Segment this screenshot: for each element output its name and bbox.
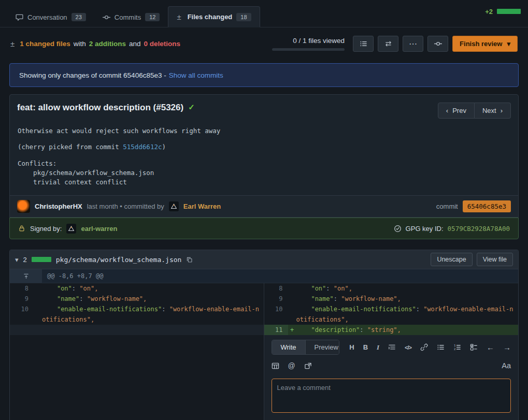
commit-icon <box>103 13 110 21</box>
commits-button[interactable] <box>427 36 448 52</box>
link-icon[interactable] <box>420 343 428 351</box>
prev-commit-button[interactable]: ‹ Prev <box>438 103 475 119</box>
banner-text: Showing only changes of commit 65406c85e… <box>19 71 166 79</box>
signer-avatar[interactable] <box>66 224 76 234</box>
italic-icon[interactable]: I <box>377 343 379 352</box>
prev-label: Prev <box>452 107 466 114</box>
copy-path-icon[interactable] <box>186 256 193 263</box>
file-change-count: 2 <box>23 256 27 264</box>
list-ordered-icon[interactable]: 12 <box>453 343 461 351</box>
file-name[interactable]: pkg/schema/workflow_schema.json <box>56 256 182 264</box>
cherry-commit-link[interactable]: 515dd6612c <box>123 143 162 151</box>
empty-line-filler <box>10 325 264 335</box>
diff-row: 9 "name": "workflow-name", 9 "name": "wo… <box>10 294 518 304</box>
files-viewed: 0 / 1 files viewed <box>272 37 345 51</box>
unescape-button[interactable]: Unescape <box>431 253 472 266</box>
code-line: "enable-email-notifications": "workflow-… <box>296 304 519 325</box>
tab-conversation[interactable]: Conversation 23 <box>7 7 94 27</box>
comment-input[interactable] <box>272 379 511 413</box>
expand-hunk-button[interactable] <box>10 269 42 283</box>
reference-icon[interactable] <box>304 362 312 370</box>
commit-status-check-icon[interactable]: ✓ <box>188 103 195 112</box>
table-icon[interactable] <box>272 362 279 370</box>
next-label: Next <box>482 107 496 114</box>
author-name[interactable]: ChristopherHX <box>35 202 82 210</box>
commit-panel: feat: allow workflow description (#5326)… <box>9 94 519 218</box>
file-diffstat-bar <box>32 257 51 262</box>
code-icon[interactable]: </> <box>405 344 411 351</box>
chevron-left-icon: ‹ <box>446 107 448 114</box>
tab-commits[interactable]: Commits 12 <box>94 7 168 27</box>
arrow-right-icon[interactable]: → <box>503 343 511 352</box>
tab-files-changed[interactable]: ± Files changed 18 <box>168 6 260 27</box>
signed-by-label: Signed by: <box>30 225 62 233</box>
line-number[interactable]: 10 <box>264 304 288 325</box>
svg-text:1: 1 <box>454 344 455 347</box>
deletions-text: 0 deletions <box>144 40 181 48</box>
file-diff-header: ▾ 2 pkg/schema/workflow_schema.json Unes… <box>10 250 518 269</box>
next-commit-button[interactable]: Next › <box>475 103 511 119</box>
files-viewed-progress <box>272 48 345 51</box>
committer-name[interactable]: Earl Warren <box>183 202 221 210</box>
whitespace-swap-button[interactable] <box>378 36 398 52</box>
collapse-chevron-icon[interactable]: ▾ <box>15 256 19 264</box>
tab-count-badge: 18 <box>236 13 251 21</box>
line-number[interactable]: 8 <box>10 283 34 294</box>
diffstat-bar <box>497 9 521 14</box>
commit-message-body: Otherwise act would reject such workflow… <box>10 119 518 187</box>
code-line: "on": "on", <box>296 283 519 294</box>
conflict-note: trivial context conflict <box>18 178 510 186</box>
diffstat: +2 <box>485 8 521 16</box>
diff-row: 8 "on": "on", 8 "on": "on", <box>10 283 518 294</box>
tab-label: Files changed <box>188 13 233 21</box>
additions-text: 2 additions <box>89 40 126 48</box>
and-text: and <box>129 40 141 48</box>
line-number[interactable]: 8 <box>264 283 288 294</box>
commit-label: commit <box>436 202 458 210</box>
comment-bubble-icon <box>16 13 23 21</box>
code-line: "on": "on", <box>42 283 264 294</box>
line-number[interactable]: 11 <box>264 325 288 335</box>
commit-author-row: ChristopherHX last month • committed by … <box>10 195 518 217</box>
diff-options-button[interactable]: ⋯ <box>403 36 423 52</box>
arrow-left-icon[interactable]: ← <box>487 343 494 352</box>
line-number[interactable]: 9 <box>10 294 34 304</box>
signer-name[interactable]: earl-warren <box>81 225 117 233</box>
list-task-icon[interactable] <box>470 343 478 351</box>
inline-comment-editor: Write Preview H B I </> <box>264 335 519 420</box>
diff-left-filler <box>10 335 264 420</box>
file-tree-toggle-button[interactable] <box>353 36 374 52</box>
committer-avatar[interactable] <box>169 201 179 211</box>
files-viewed-label: 0 / 1 files viewed <box>293 37 345 45</box>
tab-preview[interactable]: Preview <box>305 340 340 354</box>
author-avatar[interactable] <box>17 200 30 213</box>
line-number[interactable]: 9 <box>264 294 288 304</box>
list-unordered-icon[interactable] <box>437 343 445 351</box>
commit-title: feat: allow workflow description (#5326) <box>17 103 183 113</box>
show-all-commits-link[interactable]: Show all commits <box>169 71 223 79</box>
check-circle-icon <box>394 225 402 233</box>
commit-filter-banner: Showing only changes of commit 65406c85e… <box>9 63 519 87</box>
heading-icon[interactable]: H <box>349 343 354 351</box>
gpg-key-value: 0579CB2928A78A00 <box>448 225 510 233</box>
changes-summary: ± 1 changed files with 2 additions and 0… <box>10 39 180 48</box>
code-line: "name": "workflow-name", <box>42 294 264 304</box>
mention-icon[interactable]: @ <box>288 361 295 370</box>
finish-review-button[interactable]: Finish review ▾ <box>452 36 518 52</box>
quote-icon[interactable] <box>388 343 396 351</box>
tab-count-badge: 23 <box>72 13 86 21</box>
diffstat-additions: +2 <box>485 8 493 16</box>
plain-text-toggle[interactable]: Aa <box>502 361 511 370</box>
bold-icon[interactable]: B <box>363 343 368 351</box>
tab-label: Commits <box>115 13 141 21</box>
signature-bar: Signed by: earl-warren GPG key ID: 0579C… <box>9 218 519 239</box>
commit-hash-badge[interactable]: 65406c85e3 <box>463 200 511 212</box>
tab-write[interactable]: Write <box>272 340 305 354</box>
view-file-button[interactable]: View file <box>477 253 513 266</box>
file-diff-panel: ▾ 2 pkg/schema/workflow_schema.json Unes… <box>9 250 519 420</box>
diff-icon: ± <box>10 39 15 48</box>
line-number[interactable]: 10 <box>10 304 34 325</box>
editor-tabs: Write Preview <box>272 340 340 355</box>
diff-row: 10 "enable-email-notifications": "workfl… <box>10 304 518 325</box>
ellipsis-icon: ⋯ <box>409 39 417 49</box>
